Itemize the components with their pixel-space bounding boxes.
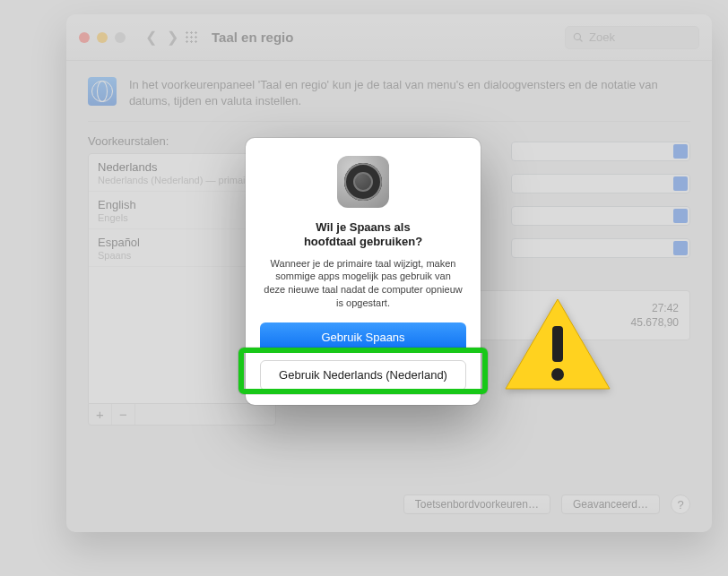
footer-buttons: Toetsenbordvoorkeuren… Geavanceerd… ? [403, 494, 690, 514]
region-select[interactable] [511, 142, 690, 161]
first-day-select[interactable] [511, 174, 690, 193]
language-name: Nederlands [98, 160, 266, 174]
pane-header: In het voorkeurenpaneel 'Taal en regio' … [66, 61, 712, 121]
warning-icon [502, 296, 613, 400]
language-sub: Engels [98, 212, 266, 223]
language-name: English [98, 198, 266, 211]
add-language-button[interactable]: + [89, 404, 112, 425]
temperature-select[interactable] [511, 238, 690, 258]
window-title: Taal en regio [212, 30, 293, 45]
show-all-icon[interactable] [185, 30, 199, 45]
annotation-highlight [238, 348, 488, 394]
close-window-icon[interactable] [79, 32, 90, 43]
titlebar: ❮ ❯ Taal en regio Zoek [66, 14, 712, 61]
remove-language-button[interactable]: − [112, 404, 135, 425]
language-sub: Spaans [98, 250, 266, 261]
pane-description: In het voorkeurenpaneel 'Taal en regio' … [129, 77, 690, 108]
calendar-select[interactable] [511, 206, 690, 226]
help-button[interactable]: ? [671, 494, 690, 514]
advanced-button[interactable]: Geavanceerd… [561, 494, 660, 514]
search-icon [573, 32, 584, 43]
system-prefs-icon [337, 156, 389, 208]
search-placeholder: Zoek [589, 30, 615, 44]
zoom-window-icon[interactable] [115, 32, 126, 43]
dialog-title: Wil je Spaans alshoofdtaal gebruiken? [260, 220, 466, 250]
search-input[interactable]: Zoek [565, 26, 699, 49]
forward-button[interactable]: ❯ [161, 27, 183, 48]
svg-point-2 [551, 368, 564, 381]
back-button[interactable]: ❮ [140, 27, 161, 48]
globe-flag-icon [88, 77, 117, 106]
minimize-window-icon[interactable] [97, 32, 108, 43]
window-controls [79, 32, 126, 43]
language-name: Español [98, 236, 266, 249]
dialog-message: Wanneer je de primaire taal wijzigt, mak… [264, 257, 463, 310]
svg-rect-1 [552, 326, 563, 362]
keyboard-prefs-button[interactable]: Toetsenbordvoorkeuren… [403, 494, 550, 514]
add-remove-bar: + − [88, 404, 276, 426]
language-sub: Nederlands (Nederland) — primair [98, 175, 266, 185]
